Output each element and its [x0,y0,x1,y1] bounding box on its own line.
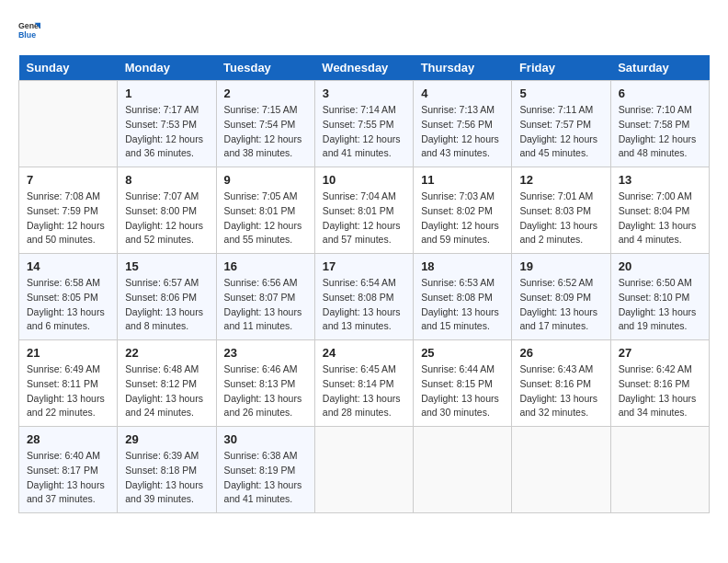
day-number: 10 [323,173,405,187]
day-info: Sunrise: 7:08 AM Sunset: 7:59 PM Dayligh… [27,190,109,247]
day-number: 15 [125,259,208,273]
calendar-week-4: 21Sunrise: 6:49 AM Sunset: 8:11 PM Dayli… [19,340,710,427]
calendar-cell [314,427,413,513]
calendar-table: SundayMondayTuesdayWednesdayThursdayFrid… [18,55,710,513]
column-header-saturday: Saturday [610,55,709,81]
calendar-cell [610,427,709,513]
day-info: Sunrise: 7:00 AM Sunset: 8:04 PM Dayligh… [619,190,701,247]
calendar-cell: 27Sunrise: 6:42 AM Sunset: 8:16 PM Dayli… [610,340,709,427]
calendar-cell: 28Sunrise: 6:40 AM Sunset: 8:17 PM Dayli… [19,427,118,513]
day-info: Sunrise: 7:17 AM Sunset: 7:53 PM Dayligh… [125,103,208,161]
calendar-cell: 3Sunrise: 7:14 AM Sunset: 7:55 PM Daylig… [314,81,413,167]
day-number: 9 [224,173,307,187]
page-header: General Blue [18,18,710,40]
day-number: 25 [421,346,504,360]
logo-icon: General Blue [18,18,40,40]
calendar-cell: 15Sunrise: 6:57 AM Sunset: 8:06 PM Dayli… [118,254,216,340]
svg-text:Blue: Blue [18,30,36,40]
day-number: 18 [421,259,504,273]
logo: General Blue [18,18,40,40]
day-info: Sunrise: 7:15 AM Sunset: 7:54 PM Dayligh… [224,103,307,161]
calendar-week-1: 1Sunrise: 7:17 AM Sunset: 7:53 PM Daylig… [19,81,710,167]
calendar-cell: 25Sunrise: 6:44 AM Sunset: 8:15 PM Dayli… [414,340,512,427]
day-number: 22 [125,346,208,360]
day-info: Sunrise: 7:10 AM Sunset: 7:58 PM Dayligh… [619,103,701,161]
day-info: Sunrise: 6:42 AM Sunset: 8:16 PM Dayligh… [619,362,701,420]
calendar-cell: 6Sunrise: 7:10 AM Sunset: 7:58 PM Daylig… [610,81,709,167]
day-number: 14 [27,259,109,273]
calendar-cell: 4Sunrise: 7:13 AM Sunset: 7:56 PM Daylig… [414,81,512,167]
day-number: 27 [619,346,701,360]
day-info: Sunrise: 6:58 AM Sunset: 8:05 PM Dayligh… [27,276,109,334]
calendar-cell: 17Sunrise: 6:54 AM Sunset: 8:08 PM Dayli… [314,254,413,340]
day-info: Sunrise: 7:13 AM Sunset: 7:56 PM Dayligh… [421,103,504,161]
day-number: 26 [519,346,602,360]
day-number: 5 [519,86,602,100]
calendar-cell: 10Sunrise: 7:04 AM Sunset: 8:01 PM Dayli… [314,167,413,254]
day-number: 1 [125,86,208,100]
day-info: Sunrise: 6:54 AM Sunset: 8:08 PM Dayligh… [323,276,405,334]
day-number: 24 [323,346,405,360]
calendar-cell: 13Sunrise: 7:00 AM Sunset: 8:04 PM Dayli… [610,167,709,254]
day-number: 16 [224,259,307,273]
calendar-cell [512,427,610,513]
day-info: Sunrise: 6:39 AM Sunset: 8:18 PM Dayligh… [125,449,208,507]
calendar-cell [19,81,118,167]
day-info: Sunrise: 6:53 AM Sunset: 8:08 PM Dayligh… [421,276,504,334]
calendar-cell: 16Sunrise: 6:56 AM Sunset: 8:07 PM Dayli… [216,254,314,340]
calendar-cell: 8Sunrise: 7:07 AM Sunset: 8:00 PM Daylig… [118,167,216,254]
calendar-cell: 18Sunrise: 6:53 AM Sunset: 8:08 PM Dayli… [414,254,512,340]
day-info: Sunrise: 6:45 AM Sunset: 8:14 PM Dayligh… [323,362,405,420]
calendar-week-3: 14Sunrise: 6:58 AM Sunset: 8:05 PM Dayli… [19,254,710,340]
day-info: Sunrise: 7:03 AM Sunset: 8:02 PM Dayligh… [421,190,504,247]
day-info: Sunrise: 6:40 AM Sunset: 8:17 PM Dayligh… [27,449,109,507]
calendar-cell: 5Sunrise: 7:11 AM Sunset: 7:57 PM Daylig… [512,81,610,167]
calendar-cell: 21Sunrise: 6:49 AM Sunset: 8:11 PM Dayli… [19,340,118,427]
day-number: 29 [125,432,208,446]
day-info: Sunrise: 7:04 AM Sunset: 8:01 PM Dayligh… [323,190,405,247]
day-number: 3 [323,86,405,100]
day-number: 7 [27,173,109,187]
day-number: 21 [27,346,109,360]
day-info: Sunrise: 7:07 AM Sunset: 8:00 PM Dayligh… [125,190,208,247]
calendar-cell: 11Sunrise: 7:03 AM Sunset: 8:02 PM Dayli… [414,167,512,254]
day-info: Sunrise: 7:01 AM Sunset: 8:03 PM Dayligh… [519,190,602,247]
day-number: 2 [224,86,307,100]
column-header-thursday: Thursday [414,55,512,81]
day-info: Sunrise: 6:49 AM Sunset: 8:11 PM Dayligh… [27,362,109,420]
day-number: 20 [619,259,701,273]
day-number: 17 [323,259,405,273]
calendar-cell: 2Sunrise: 7:15 AM Sunset: 7:54 PM Daylig… [216,81,314,167]
column-header-friday: Friday [512,55,610,81]
calendar-cell: 7Sunrise: 7:08 AM Sunset: 7:59 PM Daylig… [19,167,118,254]
day-info: Sunrise: 6:43 AM Sunset: 8:16 PM Dayligh… [519,362,602,420]
calendar-cell: 12Sunrise: 7:01 AM Sunset: 8:03 PM Dayli… [512,167,610,254]
calendar-cell: 22Sunrise: 6:48 AM Sunset: 8:12 PM Dayli… [118,340,216,427]
calendar-cell [414,427,512,513]
svg-text:General: General [18,21,40,30]
calendar-cell: 14Sunrise: 6:58 AM Sunset: 8:05 PM Dayli… [19,254,118,340]
day-number: 28 [27,432,109,446]
calendar-cell: 9Sunrise: 7:05 AM Sunset: 8:01 PM Daylig… [216,167,314,254]
day-info: Sunrise: 6:57 AM Sunset: 8:06 PM Dayligh… [125,276,208,334]
day-number: 6 [619,86,701,100]
calendar-cell: 19Sunrise: 6:52 AM Sunset: 8:09 PM Dayli… [512,254,610,340]
day-info: Sunrise: 7:14 AM Sunset: 7:55 PM Dayligh… [323,103,405,161]
day-number: 11 [421,173,504,187]
day-number: 19 [519,259,602,273]
day-number: 12 [519,173,602,187]
calendar-cell: 23Sunrise: 6:46 AM Sunset: 8:13 PM Dayli… [216,340,314,427]
day-info: Sunrise: 6:50 AM Sunset: 8:10 PM Dayligh… [619,276,701,334]
calendar-header-row: SundayMondayTuesdayWednesdayThursdayFrid… [19,55,710,81]
calendar-cell: 29Sunrise: 6:39 AM Sunset: 8:18 PM Dayli… [118,427,216,513]
day-info: Sunrise: 6:46 AM Sunset: 8:13 PM Dayligh… [224,362,307,420]
day-info: Sunrise: 7:05 AM Sunset: 8:01 PM Dayligh… [224,190,307,247]
day-info: Sunrise: 6:48 AM Sunset: 8:12 PM Dayligh… [125,362,208,420]
calendar-cell: 30Sunrise: 6:38 AM Sunset: 8:19 PM Dayli… [216,427,314,513]
day-info: Sunrise: 7:11 AM Sunset: 7:57 PM Dayligh… [519,103,602,161]
calendar-week-2: 7Sunrise: 7:08 AM Sunset: 7:59 PM Daylig… [19,167,710,254]
column-header-wednesday: Wednesday [314,55,413,81]
calendar-cell: 26Sunrise: 6:43 AM Sunset: 8:16 PM Dayli… [512,340,610,427]
day-number: 30 [224,432,307,446]
column-header-tuesday: Tuesday [216,55,314,81]
